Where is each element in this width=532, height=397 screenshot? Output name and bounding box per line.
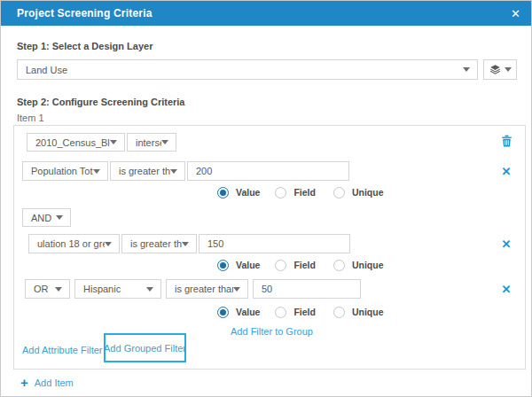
chevron-down-icon (161, 140, 168, 144)
add-filter-to-group-link[interactable]: Add Filter to Group (231, 326, 313, 337)
close-icon: ✕ (502, 166, 512, 177)
criteria-layer-value: 2010_Census_Blocks (27, 137, 110, 148)
item1-criteria-box: 2010_Census_Blocks intersects Population… (13, 125, 526, 370)
radio-field[interactable]: Field (275, 187, 316, 198)
filter1-field-value: Population Total (23, 166, 93, 176)
add-item-button[interactable]: + Add Item (20, 377, 74, 389)
radio-off-icon (333, 187, 345, 198)
chevron-down-icon (105, 242, 112, 246)
logic-or-dropdown[interactable]: OR (25, 279, 70, 299)
logic-or-value: OR (26, 284, 55, 294)
radio-value-label: Value (236, 307, 260, 317)
chevron-down-icon (182, 242, 189, 246)
filter3-field-value: Hispanic (75, 284, 146, 294)
filter2-field-dropdown[interactable]: ulation 18 or greater (28, 234, 120, 253)
trash-icon (500, 134, 513, 148)
radio-unique-label: Unique (352, 307, 384, 317)
filter1-field-dropdown[interactable]: Population Total (22, 161, 108, 181)
filter3-value-input[interactable] (253, 279, 361, 299)
filter2-operator-value: is greater than (122, 238, 182, 249)
radio-value-selected[interactable]: Value (217, 187, 260, 198)
close-icon: ✕ (502, 238, 512, 250)
add-item-label: Add Item (35, 378, 74, 388)
radio-field[interactable]: Field (275, 260, 316, 271)
filter1-mode-radios: Value Field Unique (217, 186, 384, 198)
radio-off-icon (275, 187, 286, 198)
radio-field-label: Field (293, 307, 316, 317)
radio-value-label: Value (236, 187, 260, 198)
filter2-value-input[interactable] (199, 234, 350, 253)
chevron-down-icon (170, 169, 177, 174)
radio-off-icon (275, 260, 286, 271)
radio-unique[interactable]: Unique (333, 307, 384, 318)
plus-icon: + (20, 377, 28, 389)
close-icon: ✕ (502, 284, 512, 295)
chevron-down-icon (55, 287, 62, 292)
filter1-value-input[interactable] (187, 161, 349, 181)
spatial-operator-dropdown[interactable]: intersects (127, 133, 176, 152)
radio-off-icon (275, 307, 286, 318)
radio-value-label: Value (236, 260, 260, 270)
step2-label: Step 2: Configure Screening Criteria (17, 97, 184, 107)
add-grouped-filter-button[interactable]: Add Grouped Filter (104, 333, 186, 362)
chevron-down-icon (233, 287, 240, 292)
design-layer-dropdown[interactable]: Land Use (17, 59, 478, 80)
radio-field[interactable]: Field (275, 307, 316, 318)
radio-off-icon (333, 307, 345, 318)
remove-filter1-button[interactable]: ✕ (499, 164, 513, 178)
filter2-field-value: ulation 18 or greater (29, 238, 105, 249)
radio-value-selected[interactable]: Value (217, 260, 260, 271)
radio-on-icon (217, 260, 229, 271)
chevron-down-icon (56, 215, 63, 220)
remove-filter2-button[interactable]: ✕ (499, 237, 513, 251)
radio-field-label: Field (293, 187, 316, 198)
filter2-operator-dropdown[interactable]: is greater than (121, 234, 197, 253)
radio-unique-label: Unique (352, 260, 384, 270)
criteria-layer-dropdown[interactable]: 2010_Census_Blocks (27, 133, 125, 152)
spatial-operator-value: intersects (128, 137, 161, 148)
add-grouped-filter-link: Add Grouped Filter (104, 343, 186, 354)
filter3-operator-dropdown[interactable]: is greater than (166, 279, 248, 299)
project-screening-criteria-dialog: Project Screening Criteria ✕ Step 1: Sel… (0, 0, 532, 397)
radio-unique[interactable]: Unique (333, 187, 384, 198)
filter3-field-dropdown[interactable]: Hispanic (74, 279, 161, 299)
filter3-operator-value: is greater than (167, 284, 233, 294)
layer-options-button[interactable] (483, 59, 517, 80)
radio-field-label: Field (293, 260, 316, 270)
chevron-down-icon (93, 169, 100, 174)
logic-and-dropdown[interactable]: AND (22, 208, 71, 227)
radio-unique-label: Unique (352, 187, 384, 198)
filter2-mode-radios: Value Field Unique (217, 259, 384, 271)
chevron-down-icon (110, 140, 117, 144)
dialog-header: Project Screening Criteria ✕ (1, 1, 531, 26)
layers-icon (489, 64, 501, 75)
filter3-mode-radios: Value Field Unique (217, 306, 384, 318)
filter1-operator-value: is greater than (111, 166, 170, 176)
logic-and-value: AND (23, 213, 56, 223)
filter1-operator-dropdown[interactable]: is greater than (110, 161, 185, 181)
radio-unique[interactable]: Unique (333, 260, 384, 271)
chevron-down-icon (463, 67, 470, 72)
dialog-title: Project Screening Criteria (17, 7, 153, 19)
add-attribute-filter-link[interactable]: Add Attribute Filter (22, 345, 103, 355)
close-icon[interactable]: ✕ (511, 1, 520, 26)
design-layer-value: Land Use (18, 65, 463, 75)
step1-label: Step 1: Select a Design Layer (17, 41, 153, 51)
radio-off-icon (333, 260, 345, 271)
remove-filter3-button[interactable]: ✕ (499, 282, 513, 296)
delete-item-button[interactable] (498, 132, 514, 150)
radio-on-icon (217, 187, 229, 198)
item1-label: Item 1 (17, 113, 44, 123)
radio-on-icon (217, 307, 229, 318)
radio-value-selected[interactable]: Value (217, 307, 260, 318)
chevron-down-icon (146, 287, 153, 292)
chevron-down-icon (505, 67, 512, 72)
